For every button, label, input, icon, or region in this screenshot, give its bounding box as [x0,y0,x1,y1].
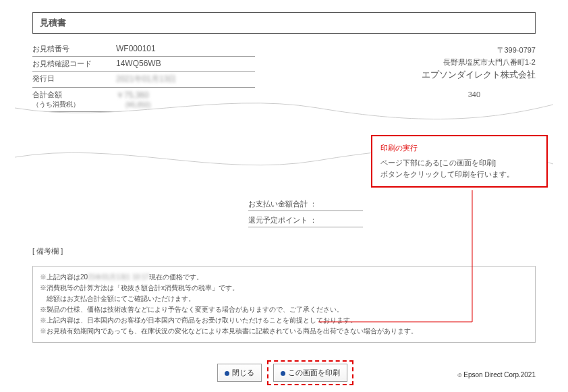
instruction-callout: 印刷の実行 ページ下部にある[この画面を印刷] ボタンをクリックして印刷を行いま… [371,135,548,188]
points-row: 還元予定ポイント ： [248,214,363,227]
callout-body: ページ下部にある[この画面を印刷] ボタンをクリックして印刷を行います。 [380,157,538,179]
quote-no-value: WF000101 [116,44,156,54]
company-name: エプソンダイレクト株式会社 [422,68,536,82]
remark-line: 総額はお支払合計金額にてご確認いただけます。 [40,293,528,304]
company-postal: 〒399-0797 [422,45,536,57]
issue-date-label: 発行日 [32,74,116,85]
field-quote-no: お見積番号 WF000101 [32,42,255,57]
remark-line: ※製品の仕様、価格は技術改善などにより予告なく変更する場合がありますので、ご了承… [40,304,528,315]
bullet-icon [225,371,229,376]
qty-label: 商品数 [32,114,116,125]
upper-section: お見積番号 WF000101 お見積確認コード 14WQ56WB 発行日 202… [32,42,536,128]
total-label: 合計金額 （うち消費税） [32,90,116,109]
confirm-code-label: お見積確認コード [32,59,116,69]
quote-fields: お見積番号 WF000101 お見積確認コード 14WQ56WB 発行日 202… [32,42,255,128]
pay-total-row: お支払い金額合計 ： [248,198,363,211]
field-confirm-code: お見積確認コード 14WQ56WB [32,57,255,72]
field-qty: 商品数 1点 [32,112,255,128]
total-value: ￥75,360 (¥6,850) [116,90,150,109]
field-total: 合計金額 （うち消費税） ￥75,360 (¥6,850) [32,88,255,112]
bullet-icon [281,371,285,376]
remarks-box: ※上記内容は2021年01月13日 10:17現在の価格です。 ※消費税等の計算… [32,266,536,343]
qty-value: 1点 [116,114,129,125]
confirm-code-value: 14WQ56WB [116,59,161,69]
company-block: 〒399-0797 長野県塩尻市大門八番町1-2 エプソンダイレクト株式会社 [422,42,536,128]
remark-line: ※上記内容は2021年01月13日 10:17現在の価格です。 [40,272,528,283]
document-title: 見積書 [32,12,536,34]
issue-date-value: 2021年01月13日 [116,74,176,85]
callout-title: 印刷の実行 [380,143,538,153]
pay-total-label: お支払い金額合計 ： [248,199,317,209]
print-button[interactable]: この画面を印刷 [273,364,347,382]
totals-block: お支払い金額合計 ： 還元予定ポイント ： [248,198,363,227]
remarks-heading: [ 備考欄 ] [32,246,536,256]
remark-line: ※お見積有効期間内であっても、在庫状況の変化などにより本見積書に記載されている商… [40,326,528,337]
points-label: 還元予定ポイント ： [248,215,317,225]
company-address: 長野県塩尻市大門八番町1-2 [422,57,536,69]
quote-no-label: お見積番号 [32,44,116,54]
close-button[interactable]: 閉じる [217,364,262,382]
remark-line: ※上記内容は、日本国内のお客様が日本国内で商品をお受け取りいただけることを前提と… [40,315,528,326]
remark-line: ※消費税等の計算方法は「税抜き額合計x消費税等の税率」です。 [40,283,528,293]
field-issue-date: 発行日 2021年01月13日 [32,72,255,88]
copyright: © Epson Direct Corp.2021 [458,371,536,379]
page-fragment: 340 [468,90,480,99]
print-button-highlight: この画面を印刷 [267,360,353,385]
